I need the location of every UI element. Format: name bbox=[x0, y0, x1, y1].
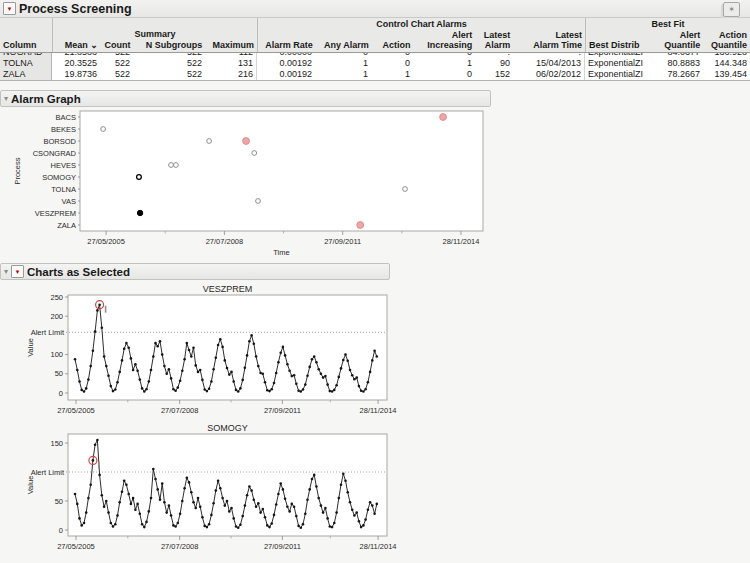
category-label: BEKES bbox=[51, 125, 76, 134]
table-cell: 144.348 bbox=[703, 58, 750, 69]
table-body: NOGRAD21.85865225221120.00000000..Expone… bbox=[0, 53, 750, 80]
process-screening-window: ▾ Process Screening ✶ ColumnSummaryMean … bbox=[0, 0, 750, 563]
y-tick-label: 50 bbox=[55, 497, 63, 506]
table-cell: 131 bbox=[205, 58, 257, 69]
column-header[interactable]: ActionQuantile bbox=[703, 30, 750, 52]
column-header[interactable]: Any Alarm bbox=[316, 40, 372, 52]
column-header[interactable]: Count bbox=[101, 40, 134, 52]
somogy-control-chart[interactable]: SOMOGY050150Alert Limit27/05/200527/07/2… bbox=[0, 420, 420, 560]
disclosure-triangle-icon[interactable]: ▾ bbox=[4, 95, 8, 103]
alert-limit-label: Alert Limit bbox=[31, 468, 65, 477]
x-axis-title: Time bbox=[273, 248, 289, 257]
alarm-graph-header[interactable]: ▾ Alarm Graph bbox=[0, 90, 491, 107]
process-summary-table: ColumnSummaryMean ⌄CountN SubgroupsMaxim… bbox=[0, 18, 750, 81]
header-group: Best FitBest DistribAlertQuantileActionQ… bbox=[585, 18, 750, 52]
table-row[interactable]: ZALA19.87365225222160.0019211015206/02/2… bbox=[0, 69, 750, 80]
column-header[interactable]: Maximum bbox=[205, 40, 257, 52]
category-label: CSONGRAD bbox=[33, 149, 77, 158]
column-panel-icon[interactable]: ✶ bbox=[723, 2, 740, 17]
group-header-label: Summary bbox=[53, 28, 257, 40]
group-header-label bbox=[0, 28, 52, 40]
table-cell: 19.8736 bbox=[52, 69, 100, 80]
column-header[interactable]: LatestAlarm bbox=[475, 30, 513, 52]
alarm-graph-title: Alarm Graph bbox=[11, 93, 81, 105]
y-tick-label: 50 bbox=[55, 369, 63, 378]
row-label[interactable]: ZALA bbox=[0, 69, 52, 80]
column-header[interactable]: Action bbox=[372, 40, 414, 52]
star-icon: ✶ bbox=[728, 6, 735, 14]
warning-point bbox=[173, 163, 178, 168]
plot-frame bbox=[68, 295, 387, 400]
x-tick-label: 27/07/2008 bbox=[161, 406, 199, 415]
x-tick-label: 27/09/2011 bbox=[264, 406, 301, 415]
alert-limit-label: Alert Limit bbox=[31, 328, 65, 337]
table-cell: 139.454 bbox=[703, 69, 750, 80]
selected-point bbox=[137, 210, 142, 215]
column-header[interactable]: AlertQuantile bbox=[654, 30, 704, 52]
table-cell: 1 bbox=[371, 69, 413, 80]
group-header-label: Control Chart Alarms bbox=[258, 18, 585, 30]
table-cell: 15/04/2013 bbox=[513, 58, 585, 69]
x-tick-label: 28/11/2014 bbox=[360, 542, 397, 551]
header-group: Control Chart AlarmsAlarm RateAny AlarmA… bbox=[257, 18, 585, 52]
x-tick-label: 27/07/2008 bbox=[206, 237, 244, 246]
category-label: VAS bbox=[62, 197, 76, 206]
charts-selected-header[interactable]: ▾ ▾ Charts as Selected bbox=[0, 263, 390, 280]
red-triangle-menu-button[interactable]: ▾ bbox=[11, 265, 24, 278]
table-cell: 522 bbox=[100, 69, 133, 80]
column-header[interactable]: AlertIncreasing bbox=[414, 30, 476, 52]
y-tick-label: 0 bbox=[59, 389, 63, 398]
warning-point bbox=[252, 151, 257, 156]
warning-point bbox=[403, 187, 408, 192]
red-triangle-icon: ▾ bbox=[8, 5, 12, 12]
charts-selected-title: Charts as Selected bbox=[27, 266, 130, 278]
column-header[interactable]: N Subgroups bbox=[134, 40, 206, 52]
x-tick-label: 28/11/2014 bbox=[360, 406, 397, 415]
table-cell: 06/02/2012 bbox=[513, 69, 585, 80]
table-cell: 522 bbox=[100, 58, 133, 69]
column-header[interactable]: Best Distrib bbox=[586, 40, 654, 52]
category-label: VESZPREM bbox=[35, 209, 76, 218]
y-tick-label: 200 bbox=[50, 312, 63, 321]
header-group: SummaryMean ⌄CountN SubgroupsMaximum bbox=[52, 18, 257, 52]
column-header[interactable]: Mean ⌄ bbox=[53, 40, 101, 52]
selected-open-point bbox=[137, 175, 142, 180]
process-screening-header: ▾ Process Screening bbox=[0, 0, 750, 18]
red-triangle-menu-button[interactable]: ▾ bbox=[3, 2, 16, 15]
y-axis-title: Value bbox=[26, 338, 35, 357]
category-label: ZALA bbox=[57, 221, 76, 230]
table-cell: 90 bbox=[475, 58, 513, 69]
disclosure-triangle-icon[interactable]: ▾ bbox=[4, 268, 8, 276]
x-tick-label: 27/09/2011 bbox=[264, 542, 301, 551]
table-cell: 0 bbox=[413, 69, 475, 80]
table-cell: 80.8883 bbox=[653, 58, 703, 69]
group-header-label: Best Fit bbox=[586, 18, 750, 30]
alarm-graph-plot[interactable]: BACSBEKESBORSODCSONGRADHEVESSOMOGYTOLNAV… bbox=[0, 106, 520, 258]
x-tick-label: 27/09/2011 bbox=[324, 237, 361, 246]
category-label: TOLNA bbox=[51, 185, 76, 194]
veszprem-control-chart[interactable]: VESZPREM050100200250Alert Limit27/05/200… bbox=[0, 282, 420, 417]
row-label[interactable]: TOLNA bbox=[0, 58, 52, 69]
table-cell: 78.2667 bbox=[653, 69, 703, 80]
alarm-point bbox=[440, 114, 447, 121]
page-title: Process Screening bbox=[19, 2, 132, 16]
x-tick-label: 27/07/2008 bbox=[161, 542, 199, 551]
x-tick-label: 27/05/2005 bbox=[87, 237, 125, 246]
x-tick-label: 28/11/2014 bbox=[442, 237, 479, 246]
table-cell: 1 bbox=[315, 69, 371, 80]
table-cell: ExponentialZI bbox=[585, 69, 653, 80]
table-cell: 1 bbox=[315, 58, 371, 69]
category-label: HEVES bbox=[51, 161, 76, 170]
table-cell: 0.00192 bbox=[257, 58, 315, 69]
column-header[interactable]: LatestAlarm Time bbox=[513, 30, 585, 52]
y-tick-label: 0 bbox=[59, 526, 63, 535]
warning-point bbox=[169, 163, 174, 168]
column-header[interactable]: Column bbox=[0, 40, 52, 52]
category-label: BACS bbox=[56, 113, 76, 122]
table-cell: 152 bbox=[475, 69, 513, 80]
table-header: ColumnSummaryMean ⌄CountN SubgroupsMaxim… bbox=[0, 18, 750, 53]
column-header[interactable]: Alarm Rate bbox=[258, 40, 316, 52]
table-row[interactable]: TOLNA20.35255225221310.001921019015/04/2… bbox=[0, 58, 750, 69]
alarm-point bbox=[243, 138, 250, 145]
y-axis-title: Process bbox=[13, 157, 22, 184]
